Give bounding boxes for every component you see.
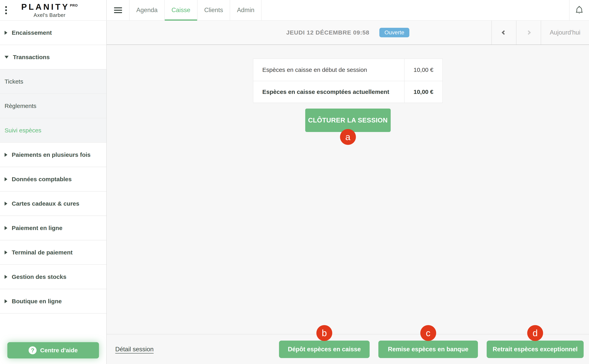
help-center-button[interactable]: ? Centre d'aide — [7, 342, 99, 358]
bank-drop-button[interactable]: Remise espèces en banque — [378, 341, 478, 358]
triangle-right-icon — [5, 275, 7, 279]
close-session-button[interactable]: CLÔTURER LA SESSION — [305, 109, 391, 132]
notifications-button[interactable] — [569, 0, 589, 20]
sidebar-item-label: Paiement en ligne — [12, 225, 62, 231]
sidebar-subitem-label: Tickets — [5, 78, 23, 85]
close-session-wrap: CLÔTURER LA SESSION a — [305, 109, 391, 132]
sidebar-item-boutique-en-ligne[interactable]: Boutique en ligne — [0, 289, 106, 314]
triangle-down-icon — [5, 56, 8, 58]
session-detail-link[interactable]: Détail session — [115, 346, 154, 353]
sidebar-item-gestion-des-stocks[interactable]: Gestion des stocks — [0, 265, 106, 289]
bank-drop-wrap: c Remise espèces en banque — [378, 341, 478, 358]
sidebar: Encaissement Transactions Tickets Règlem… — [0, 21, 107, 364]
bottom-action-bar: Détail session b Dépôt espèces en caisse… — [107, 334, 589, 364]
brand-logo: PLANITYPRO Axel's Barber — [21, 2, 78, 18]
top-bar: PLANITYPRO Axel's Barber Agenda Caisse C… — [0, 0, 589, 21]
sidebar-subitem-suivi-especes[interactable]: Suivi espèces — [0, 118, 106, 143]
sidebar-subitem-label: Suivi espèces — [5, 127, 41, 134]
sidebar-item-paiement-en-ligne[interactable]: Paiement en ligne — [0, 216, 106, 240]
today-button[interactable]: Aujourd'hui — [541, 21, 589, 45]
tab-caisse[interactable]: Caisse — [165, 0, 198, 20]
cash-start-label: Espèces en caisse en début de session — [253, 59, 404, 81]
sidebar-item-transactions[interactable]: Transactions — [0, 45, 106, 70]
session-content: Espèces en caisse en début de session 10… — [107, 45, 589, 334]
date-navigation: Aujourd'hui — [491, 21, 589, 45]
sidebar-subitem-reglements[interactable]: Règlements — [0, 94, 106, 118]
cash-summary-table: Espèces en caisse en début de session 10… — [253, 58, 443, 103]
sidebar-item-label: Cartes cadeaux & cures — [12, 200, 79, 207]
brand-tier-badge: PRO — [70, 4, 78, 7]
annotation-marker-d: d — [527, 325, 543, 341]
annotation-marker-b: b — [316, 325, 332, 341]
exceptional-withdrawal-button[interactable]: Retrait espèces exceptionnel — [487, 341, 584, 358]
withdraw-wrap: d Retrait espèces exceptionnel — [487, 341, 584, 358]
sidebar-subitem-tickets[interactable]: Tickets — [0, 70, 106, 94]
triangle-right-icon — [5, 177, 7, 181]
main-area: JEUDI 12 DÉCEMBRE 09:58 Ouverte Aujourd'… — [107, 21, 589, 364]
sidebar-item-label: Encaissement — [12, 29, 52, 36]
chevron-left-icon — [502, 30, 506, 35]
help-center-label: Centre d'aide — [40, 347, 78, 354]
triangle-right-icon — [5, 31, 7, 35]
triangle-right-icon — [5, 153, 7, 157]
sidebar-item-label: Terminal de paiement — [12, 249, 73, 256]
triangle-right-icon — [5, 202, 7, 206]
topbar-spacer — [261, 0, 569, 20]
sidebar-item-label: Boutique en ligne — [12, 298, 62, 305]
sidebar-item-encaissement[interactable]: Encaissement — [0, 21, 106, 45]
sidebar-subitem-label: Règlements — [5, 103, 36, 109]
tab-agenda[interactable]: Agenda — [130, 0, 165, 20]
sidebar-item-label: Transactions — [13, 54, 50, 60]
bell-icon — [575, 5, 584, 15]
cash-deposit-button[interactable]: Dépôt espèces en caisse — [279, 341, 370, 358]
kebab-menu-icon[interactable] — [5, 6, 7, 14]
main-tabs: Agenda Caisse Clients Admin — [130, 0, 261, 20]
table-row: Espèces en caisse en début de session 10… — [253, 59, 442, 81]
table-row: Espèces en caisse escomptées actuellemen… — [253, 81, 442, 103]
annotation-marker-c: c — [420, 325, 436, 341]
cash-expected-value: 10,00 € — [404, 81, 442, 103]
cash-start-value: 10,00 € — [404, 59, 442, 81]
hamburger-menu-icon[interactable] — [107, 0, 130, 20]
sidebar-item-donnees-comptables[interactable]: Données comptables — [0, 167, 106, 192]
deposit-wrap: b Dépôt espèces en caisse — [279, 341, 370, 358]
brand-name: PLANITY — [21, 2, 70, 12]
sidebar-item-paiements-plusieurs-fois[interactable]: Paiements en plusieurs fois — [0, 143, 106, 167]
tab-clients[interactable]: Clients — [198, 0, 230, 20]
brand-area: PLANITYPRO Axel's Barber — [0, 0, 107, 20]
triangle-right-icon — [5, 226, 7, 230]
sidebar-item-terminal-de-paiement[interactable]: Terminal de paiement — [0, 240, 106, 265]
triangle-right-icon — [5, 299, 7, 303]
tab-admin[interactable]: Admin — [230, 0, 261, 20]
triangle-right-icon — [5, 250, 7, 254]
chevron-right-icon — [526, 30, 531, 35]
cash-expected-label: Espèces en caisse escomptées actuellemen… — [253, 81, 404, 103]
question-mark-icon: ? — [29, 346, 37, 354]
sidebar-item-label: Données comptables — [12, 176, 72, 182]
sidebar-item-label: Gestion des stocks — [12, 273, 66, 280]
next-day-button[interactable] — [516, 21, 541, 45]
sidebar-item-label: Paiements en plusieurs fois — [12, 151, 91, 158]
sidebar-item-cartes-cadeaux[interactable]: Cartes cadeaux & cures — [0, 192, 106, 216]
session-header: JEUDI 12 DÉCEMBRE 09:58 Ouverte Aujourd'… — [107, 21, 589, 45]
salon-name: Axel's Barber — [21, 12, 78, 18]
session-date: JEUDI 12 DÉCEMBRE 09:58 — [286, 29, 369, 36]
annotation-marker-a: a — [340, 129, 356, 145]
session-status-badge: Ouverte — [379, 28, 409, 37]
previous-day-button[interactable] — [491, 21, 516, 45]
